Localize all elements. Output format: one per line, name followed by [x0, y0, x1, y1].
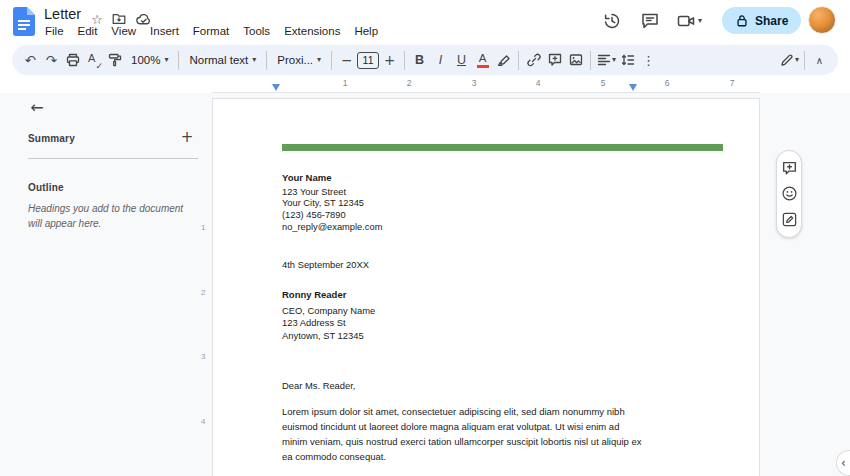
line-spacing-button[interactable]: [617, 48, 638, 72]
chevron-down-icon[interactable]: ▾: [698, 17, 702, 25]
align-button[interactable]: ▾: [595, 48, 617, 72]
accent-bar: [282, 144, 723, 151]
margin-actions-rail: [776, 150, 802, 238]
outline-label: Outline: [28, 182, 64, 193]
font-value: Proxi...: [277, 54, 313, 66]
font-select[interactable]: Proxi... ▾: [271, 48, 327, 72]
style-value: Normal text: [189, 54, 248, 66]
redo-button[interactable]: ↷: [41, 48, 62, 72]
add-summary-button[interactable]: +: [178, 128, 196, 146]
recipient-line[interactable]: Anytown, ST 12345: [282, 330, 375, 343]
paint-format-button[interactable]: [104, 48, 125, 72]
version-history-button[interactable]: [600, 9, 624, 33]
recipient-line[interactable]: CEO, Company Name: [282, 305, 375, 318]
docs-logo-icon[interactable]: [13, 7, 35, 36]
menu-extensions[interactable]: Extensions: [277, 23, 347, 39]
lock-icon: [735, 13, 749, 28]
body-paragraph[interactable]: Lorem ipsum dolor sit amet, consectetuer…: [282, 404, 644, 464]
add-comment-margin-button[interactable]: [780, 160, 798, 178]
sender-line[interactable]: 123 Your Street: [282, 187, 382, 199]
hide-menus-button[interactable]: ∧: [809, 48, 830, 72]
insert-image-button[interactable]: [565, 48, 586, 72]
text-color-icon: A: [476, 51, 490, 69]
zoom-value: 100%: [131, 54, 160, 66]
menu-tools[interactable]: Tools: [236, 23, 277, 39]
avatar[interactable]: [808, 6, 836, 34]
vertical-ruler-mark: 1: [201, 223, 205, 232]
add-comment-button[interactable]: [544, 48, 565, 72]
increase-font-size-button[interactable]: +: [379, 48, 400, 72]
menu-insert[interactable]: Insert: [143, 23, 186, 39]
underline-button[interactable]: U: [451, 48, 472, 72]
ruler-mark: 2: [407, 78, 412, 88]
close-side-panel-button[interactable]: ←: [26, 96, 48, 118]
ruler-mark: 4: [536, 78, 541, 88]
recipient-block[interactable]: Ronny Reader CEO, Company Name 123 Addre…: [282, 289, 375, 342]
sender-line[interactable]: Your City, ST 12345: [282, 198, 382, 210]
print-button[interactable]: [62, 48, 83, 72]
vertical-ruler-mark: 3: [201, 352, 205, 361]
left-indent-marker[interactable]: [272, 84, 280, 91]
comments-button[interactable]: [638, 9, 662, 33]
panel-divider: [28, 158, 198, 159]
ruler-mark: 5: [601, 78, 606, 88]
ruler-mark: 7: [730, 78, 735, 88]
toolbar: ↶ ↷ A ✓ 100% ▾ Normal text ▾ Proxi... ▾ …: [12, 45, 838, 75]
chevron-down-icon: ▾: [252, 56, 256, 64]
undo-button[interactable]: ↶: [20, 48, 41, 72]
document-page[interactable]: Your Name 123 Your Street Your City, ST …: [212, 98, 760, 476]
greeting-line[interactable]: Dear Ms. Reader,: [282, 380, 355, 391]
vertical-ruler-mark: 2: [201, 288, 205, 297]
recipient-line[interactable]: 123 Address St: [282, 317, 375, 330]
insert-link-button[interactable]: [523, 48, 544, 72]
add-reaction-button[interactable]: [780, 185, 798, 203]
summary-label: Summary: [28, 133, 75, 144]
meet-video-button[interactable]: ▾: [672, 9, 706, 33]
sender-name[interactable]: Your Name: [282, 172, 382, 184]
ruler-mark: 1: [343, 78, 348, 88]
share-label: Share: [755, 14, 788, 28]
more-options-button[interactable]: ⋮: [638, 48, 659, 72]
menu-edit[interactable]: Edit: [71, 23, 105, 39]
decrease-font-size-button[interactable]: −: [336, 48, 357, 72]
toolbar-divider: [404, 51, 405, 70]
toolbar-divider: [590, 51, 591, 70]
toolbar-right-group: ▾ ∧: [778, 48, 830, 72]
bold-button[interactable]: B: [409, 48, 430, 72]
suggest-edits-button[interactable]: [780, 210, 798, 228]
date-line[interactable]: 4th September 20XX: [282, 259, 369, 270]
spellcheck-button[interactable]: A ✓: [83, 48, 104, 72]
italic-button[interactable]: I: [430, 48, 451, 72]
menu-file[interactable]: File: [38, 23, 71, 39]
text-color-button[interactable]: A: [472, 48, 493, 72]
toolbar-divider: [518, 51, 519, 70]
toolbar-divider: [804, 51, 805, 70]
menu-view[interactable]: View: [104, 23, 143, 39]
zoom-select[interactable]: 100% ▾: [125, 48, 174, 72]
outline-hint-text: Headings you add to the document will ap…: [28, 201, 198, 231]
ruler-mark: 3: [472, 78, 477, 88]
right-indent-marker[interactable]: [629, 84, 637, 91]
share-button[interactable]: Share: [722, 7, 801, 34]
spellcheck-icon: A ✓: [86, 52, 101, 69]
chevron-down-icon: ▾: [612, 56, 616, 64]
font-size-input[interactable]: 11: [357, 52, 379, 69]
paragraph-style-select[interactable]: Normal text ▾: [183, 48, 262, 72]
toolbar-divider: [266, 51, 267, 70]
recipient-name[interactable]: Ronny Reader: [282, 289, 375, 302]
menu-format[interactable]: Format: [186, 23, 236, 39]
chevron-down-icon: ▾: [164, 56, 168, 64]
document-area: ← Summary + Outline Headings you add to …: [0, 93, 850, 476]
sender-line[interactable]: (123) 456-7890: [282, 210, 382, 222]
vertical-ruler-mark: 4: [201, 417, 205, 426]
collapse-panel-tab[interactable]: ‹: [836, 450, 850, 476]
sender-block[interactable]: Your Name 123 Your Street Your City, ST …: [282, 172, 382, 234]
document-title[interactable]: Letter: [44, 6, 81, 22]
horizontal-ruler[interactable]: 1 2 3 4 5 6 7: [0, 76, 850, 93]
sender-line[interactable]: no_reply@example.com: [282, 222, 382, 234]
highlight-color-button[interactable]: [493, 48, 514, 72]
chevron-down-icon: ▾: [795, 56, 799, 64]
toolbar-divider: [178, 51, 179, 70]
menu-help[interactable]: Help: [347, 23, 385, 39]
editing-mode-button[interactable]: ▾: [778, 48, 800, 72]
